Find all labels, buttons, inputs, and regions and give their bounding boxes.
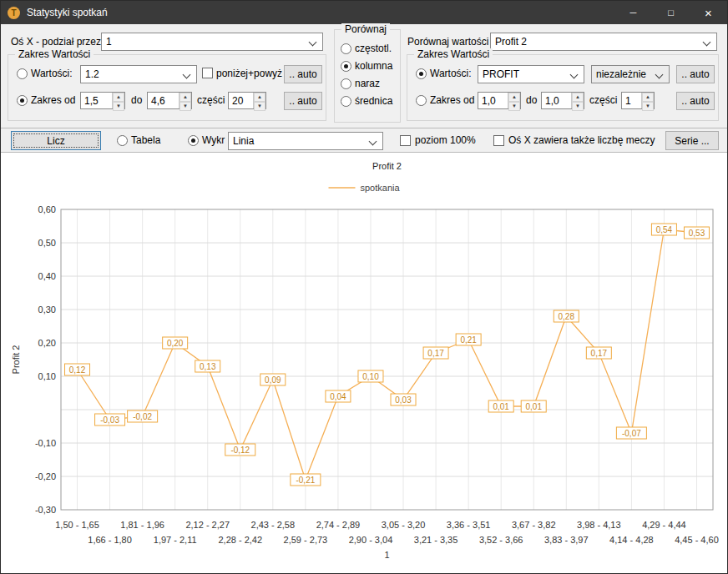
right-range-label: Zakres od [430, 94, 474, 106]
left-from-spinner[interactable]: 1,5 ▲▼ [80, 92, 125, 109]
left-values-combo[interactable]: 1.2 [80, 65, 197, 83]
right-from-spinner[interactable]: 1,0 ▲▼ [478, 92, 521, 109]
y-tick-label: 0,50 [38, 238, 56, 248]
legend-label: spotkania [361, 183, 401, 193]
x-axis-title: 1 [384, 550, 389, 560]
x-tick-label: 2,43 - 2,58 [251, 520, 296, 530]
left-parts-label: części [197, 94, 225, 106]
right-values-label: Wartości: [430, 68, 472, 79]
x-tick-label: 3,05 - 3,20 [382, 520, 426, 530]
x-axis-divide-combo[interactable]: 1 [101, 33, 323, 51]
data-label: 0,04 [330, 392, 346, 401]
left-parts-value: 20 [232, 95, 243, 107]
compare-values-combo[interactable]: Profit 2 [490, 33, 717, 51]
spin-down-icon[interactable]: ▼ [113, 102, 124, 111]
data-label: 0,12 [69, 365, 86, 375]
spin-up-icon[interactable]: ▲ [113, 93, 124, 102]
left-range-legend: Zakres Wartości [15, 48, 94, 60]
left-to-value: 4,6 [151, 95, 165, 107]
right-parts-spinner[interactable]: 1 ▲▼ [621, 92, 655, 109]
tabela-radio[interactable] [117, 135, 128, 146]
x-tick-label: 2,74 - 2,89 [316, 520, 361, 530]
spin-down-icon[interactable]: ▼ [572, 102, 584, 111]
data-label: 0,17 [591, 349, 608, 358]
left-values-radio[interactable] [17, 68, 28, 79]
radio-kolumna[interactable] [341, 61, 351, 72]
maximize-button[interactable]: □ [652, 1, 690, 24]
y-tick-label: 0,60 [38, 204, 56, 214]
chart-type-combo[interactable]: Linia [228, 132, 383, 150]
x-tick-label: 2,28 - 2,42 [218, 535, 262, 545]
licz-button[interactable]: Licz [11, 131, 101, 150]
data-label: 0,17 [427, 349, 444, 358]
maximize-icon: □ [668, 8, 674, 18]
spin-down-icon[interactable]: ▼ [508, 102, 520, 111]
right-auto-button-2[interactable]: .. auto [676, 92, 715, 110]
osx-meczy-checkbox[interactable] [493, 135, 504, 146]
left-do-label: do [131, 94, 142, 106]
radio-naraz[interactable] [341, 78, 351, 89]
x-tick-label: 3,67 - 3,82 [512, 520, 556, 530]
data-label: -0,02 [133, 412, 152, 421]
data-label: 0,01 [525, 402, 542, 411]
spin-up-icon[interactable]: ▲ [179, 93, 191, 102]
right-to-spinner[interactable]: 1,0 ▲▼ [541, 92, 584, 109]
y-tick-label: 0,10 [38, 371, 56, 381]
compare-group-legend: Porównaj [341, 23, 390, 35]
left-auto-button-1[interactable]: .. auto [284, 65, 322, 83]
x-tick-label: 1,66 - 1,80 [88, 535, 132, 545]
x-tick-label: 4,14 - 4,28 [609, 535, 654, 545]
wykr-label: Wykr [202, 134, 225, 146]
compare-values-value: Profit 2 [495, 36, 527, 48]
x-tick-label: 3,36 - 3,51 [447, 520, 491, 530]
close-icon: × [705, 6, 712, 20]
app-window: T Statystyki spotkań ─ □ × Oś X - podzia… [0, 0, 728, 574]
data-label: 0,21 [460, 335, 477, 345]
app-icon: T [8, 7, 20, 19]
serie-button[interactable]: Serie ... [665, 131, 719, 150]
spin-down-icon[interactable]: ▼ [642, 102, 654, 111]
right-values-radio[interactable] [416, 68, 427, 79]
data-label: 0,10 [362, 372, 379, 381]
spin-up-icon[interactable]: ▲ [254, 93, 265, 102]
data-label: -0,03 [100, 415, 119, 425]
x-axis-divide-value: 1 [106, 36, 112, 48]
close-button[interactable]: × [690, 1, 727, 24]
poziom-checkbox[interactable] [400, 135, 411, 146]
x-tick-label: 1,97 - 2,11 [154, 535, 197, 545]
left-range-radio[interactable] [17, 95, 28, 106]
left-range-groupbox: Zakres Wartości Wartości: 1.2 poniżej+po… [8, 54, 326, 121]
spin-up-icon[interactable]: ▲ [572, 93, 584, 102]
left-to-spinner[interactable]: 4,6 ▲▼ [147, 92, 192, 109]
x-tick-label: 1,81 - 1,96 [120, 520, 164, 530]
spin-down-icon[interactable]: ▼ [254, 102, 265, 111]
minimize-button[interactable]: ─ [614, 1, 652, 24]
right-range-radio[interactable] [416, 95, 427, 106]
wykr-radio[interactable] [188, 135, 199, 146]
right-parts-label: części [589, 94, 617, 106]
spin-up-icon[interactable]: ▲ [508, 93, 520, 102]
mode-combo[interactable]: niezależnie [591, 65, 670, 83]
data-label: 0,53 [689, 229, 705, 238]
data-label: -0,12 [230, 446, 250, 455]
radio-czestotl[interactable] [341, 43, 351, 54]
x-tick-label: 3,21 - 3,35 [414, 535, 458, 545]
mode-combo-value: niezależnie [596, 68, 646, 80]
right-values-combo-value: PROFIT [483, 68, 519, 80]
right-auto-button-1[interactable]: .. auto [676, 65, 715, 83]
spin-up-icon[interactable]: ▲ [642, 93, 654, 102]
left-values-combo-value: 1.2 [85, 68, 99, 80]
data-label: 0,20 [167, 339, 184, 348]
spin-down-icon[interactable]: ▼ [179, 102, 191, 111]
radio-srednica[interactable] [341, 96, 351, 107]
right-range-groupbox: Zakres Wartości Wartości: PROFIT niezale… [407, 54, 719, 121]
data-label: 0,54 [656, 225, 673, 234]
poziom-label: poziom 100% [415, 134, 476, 146]
right-values-combo[interactable]: PROFIT [478, 65, 584, 83]
left-auto-button-2[interactable]: .. auto [284, 92, 322, 110]
left-parts-spinner[interactable]: 20 ▲▼ [228, 92, 266, 109]
controls-panel: Oś X - podział przez 1 Porównaj częstotl… [1, 24, 727, 128]
plot-border [61, 209, 713, 510]
below-above-checkbox[interactable] [202, 68, 213, 78]
y-axis-title: Profit 2 [11, 345, 21, 375]
